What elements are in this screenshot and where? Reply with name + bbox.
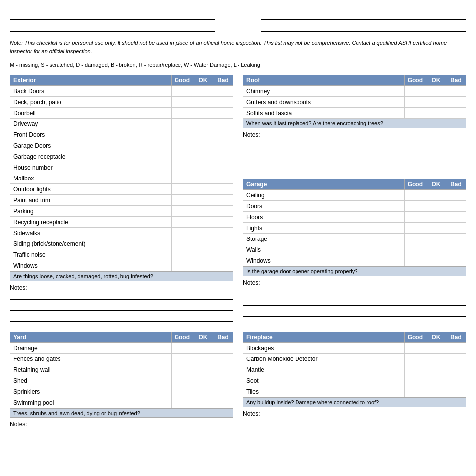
bad-cell[interactable] xyxy=(213,249,233,260)
ok-cell[interactable] xyxy=(193,206,213,217)
bad-cell[interactable] xyxy=(213,86,233,97)
bad-cell[interactable] xyxy=(213,97,233,108)
ok-cell[interactable] xyxy=(193,364,213,375)
ok-cell[interactable] xyxy=(193,97,213,108)
good-cell[interactable] xyxy=(404,354,426,364)
ok-cell[interactable] xyxy=(193,184,213,195)
good-cell[interactable] xyxy=(171,375,193,386)
ok-cell[interactable] xyxy=(193,238,213,249)
ok-cell[interactable] xyxy=(193,173,213,184)
good-cell[interactable] xyxy=(404,386,426,397)
good-cell[interactable] xyxy=(171,140,193,151)
good-cell[interactable] xyxy=(171,173,193,184)
bad-cell[interactable] xyxy=(446,201,466,212)
good-cell[interactable] xyxy=(171,195,193,206)
bad-cell[interactable] xyxy=(213,397,233,408)
good-cell[interactable] xyxy=(171,119,193,129)
good-cell[interactable] xyxy=(404,223,426,234)
bad-cell[interactable] xyxy=(446,244,466,255)
bad-cell[interactable] xyxy=(446,212,466,223)
bad-cell[interactable] xyxy=(446,86,466,97)
ok-cell[interactable] xyxy=(426,190,446,201)
bad-cell[interactable] xyxy=(213,195,233,206)
ok-cell[interactable] xyxy=(426,375,446,386)
good-cell[interactable] xyxy=(171,206,193,217)
ok-cell[interactable] xyxy=(193,375,213,386)
ok-cell[interactable] xyxy=(193,195,213,206)
good-cell[interactable] xyxy=(171,86,193,97)
good-cell[interactable] xyxy=(171,184,193,195)
bad-cell[interactable] xyxy=(213,151,233,162)
good-cell[interactable] xyxy=(404,375,426,386)
ok-cell[interactable] xyxy=(426,386,446,397)
bad-cell[interactable] xyxy=(446,108,466,119)
ok-cell[interactable] xyxy=(193,343,213,354)
good-cell[interactable] xyxy=(171,151,193,162)
ok-cell[interactable] xyxy=(193,260,213,271)
bad-cell[interactable] xyxy=(213,140,233,151)
good-cell[interactable] xyxy=(171,364,193,375)
good-cell[interactable] xyxy=(171,228,193,238)
good-cell[interactable] xyxy=(171,217,193,228)
bad-cell[interactable] xyxy=(446,364,466,375)
ok-cell[interactable] xyxy=(426,255,446,266)
bad-cell[interactable] xyxy=(213,217,233,228)
bad-cell[interactable] xyxy=(446,343,466,354)
good-cell[interactable] xyxy=(171,162,193,173)
ok-cell[interactable] xyxy=(193,119,213,129)
good-cell[interactable] xyxy=(404,255,426,266)
good-cell[interactable] xyxy=(404,201,426,212)
good-cell[interactable] xyxy=(404,244,426,255)
ok-cell[interactable] xyxy=(426,108,446,119)
bad-cell[interactable] xyxy=(213,119,233,129)
good-cell[interactable] xyxy=(171,238,193,249)
ok-cell[interactable] xyxy=(193,129,213,140)
good-cell[interactable] xyxy=(404,190,426,201)
ok-cell[interactable] xyxy=(426,343,446,354)
ok-cell[interactable] xyxy=(426,201,446,212)
good-cell[interactable] xyxy=(171,249,193,260)
bad-cell[interactable] xyxy=(213,260,233,271)
good-cell[interactable] xyxy=(404,343,426,354)
ok-cell[interactable] xyxy=(193,386,213,397)
good-cell[interactable] xyxy=(171,260,193,271)
ok-cell[interactable] xyxy=(426,212,446,223)
ok-cell[interactable] xyxy=(193,397,213,408)
ok-cell[interactable] xyxy=(193,354,213,364)
ok-cell[interactable] xyxy=(426,354,446,364)
bad-cell[interactable] xyxy=(446,386,466,397)
good-cell[interactable] xyxy=(404,97,426,108)
ok-cell[interactable] xyxy=(426,86,446,97)
ok-cell[interactable] xyxy=(426,223,446,234)
bad-cell[interactable] xyxy=(213,162,233,173)
good-cell[interactable] xyxy=(404,86,426,97)
bad-cell[interactable] xyxy=(446,190,466,201)
good-cell[interactable] xyxy=(171,386,193,397)
bad-cell[interactable] xyxy=(446,234,466,244)
ok-cell[interactable] xyxy=(426,244,446,255)
bad-cell[interactable] xyxy=(213,129,233,140)
ok-cell[interactable] xyxy=(193,140,213,151)
good-cell[interactable] xyxy=(404,108,426,119)
good-cell[interactable] xyxy=(171,354,193,364)
good-cell[interactable] xyxy=(404,212,426,223)
bad-cell[interactable] xyxy=(213,108,233,119)
bad-cell[interactable] xyxy=(213,206,233,217)
bad-cell[interactable] xyxy=(213,173,233,184)
bad-cell[interactable] xyxy=(213,386,233,397)
bad-cell[interactable] xyxy=(213,343,233,354)
ok-cell[interactable] xyxy=(426,97,446,108)
good-cell[interactable] xyxy=(171,397,193,408)
ok-cell[interactable] xyxy=(193,217,213,228)
bad-cell[interactable] xyxy=(213,184,233,195)
bad-cell[interactable] xyxy=(446,255,466,266)
bad-cell[interactable] xyxy=(213,228,233,238)
ok-cell[interactable] xyxy=(193,86,213,97)
good-cell[interactable] xyxy=(404,364,426,375)
good-cell[interactable] xyxy=(171,97,193,108)
bad-cell[interactable] xyxy=(446,223,466,234)
bad-cell[interactable] xyxy=(446,375,466,386)
good-cell[interactable] xyxy=(404,234,426,244)
ok-cell[interactable] xyxy=(193,108,213,119)
good-cell[interactable] xyxy=(171,343,193,354)
